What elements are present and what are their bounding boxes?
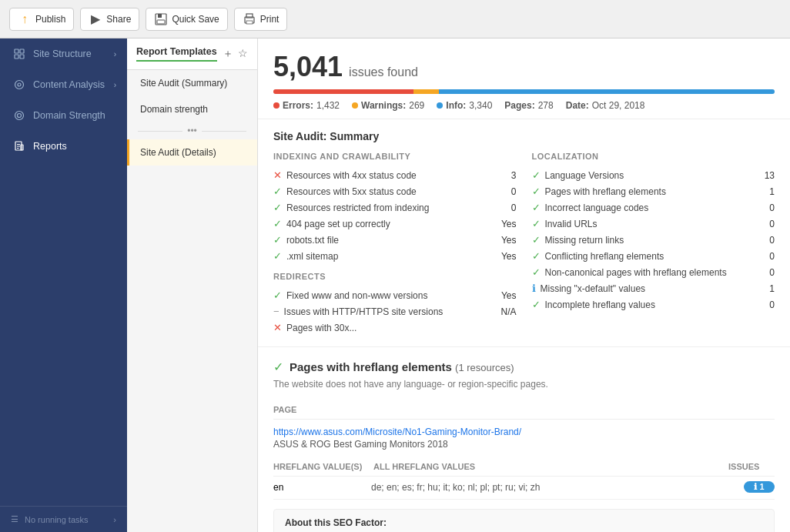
- row-value: Yes: [494, 251, 517, 262]
- panel-divider: •••: [127, 122, 257, 139]
- audit-section: Site Audit: Summary Indexing and crawlab…: [258, 119, 790, 347]
- row-value: 3: [494, 170, 517, 181]
- errors-label: Errors:: [283, 100, 313, 111]
- sidebar-item-reports[interactable]: Reports: [0, 131, 127, 162]
- ok-icon: ✓: [532, 250, 541, 262]
- publish-button[interactable]: ↑ Publish: [9, 8, 74, 31]
- date-value: Oct 29, 2018: [592, 100, 645, 111]
- panel-item-domain-strength[interactable]: Domain strength: [127, 96, 257, 122]
- audit-row: ✓ Conflicting hreflang elements 0: [532, 248, 775, 264]
- panel-item-site-audit-details[interactable]: Site Audit (Details): [127, 139, 257, 166]
- row-label: Conflicting hreflang elements: [545, 251, 748, 262]
- ok-icon: ✓: [532, 299, 541, 310]
- hreflang-value: en: [273, 482, 362, 493]
- row-label: Resources with 5xx status code: [286, 186, 489, 197]
- audit-row: ℹ Missing "x-default" values 1: [532, 280, 775, 296]
- panel-title: Report Templates: [136, 46, 217, 62]
- detail-page-url[interactable]: https://www.asus.com/Microsite/No1-Gamin…: [273, 427, 521, 437]
- audit-row: ✓ Non-canonical pages with hreflang elem…: [532, 264, 775, 280]
- ok-icon: ✓: [273, 234, 282, 246]
- print-label: Print: [260, 14, 280, 25]
- issues-col-header: Issues: [728, 462, 775, 471]
- date-label: Date:: [566, 100, 589, 111]
- warnings-dot: [352, 102, 358, 109]
- pages-stat: Pages: 278: [504, 100, 553, 111]
- star-template-icon[interactable]: ☆: [238, 47, 248, 61]
- quick-save-button[interactable]: Quick Save: [146, 8, 227, 31]
- row-value: 0: [494, 202, 517, 213]
- audit-row: ✓ Invalid URLs 0: [532, 216, 775, 232]
- error-icon: ✕: [273, 322, 282, 333]
- panel-actions: ＋ ☆: [223, 47, 248, 61]
- quick-save-icon: [154, 12, 168, 26]
- warnings-stat: Warnings: 269: [352, 100, 424, 111]
- row-value: N/A: [494, 306, 517, 317]
- detail-table-header: Page: [273, 400, 775, 420]
- info-value: 3,340: [469, 100, 492, 111]
- sidebar-item-site-structure[interactable]: Site Structure ›: [0, 38, 127, 69]
- sidebar-expand-icon[interactable]: ›: [113, 515, 116, 524]
- panel-item-site-audit-summary[interactable]: Site Audit (Summary): [127, 70, 257, 96]
- row-label: Missing return links: [545, 235, 748, 246]
- all-hreflang-col-header: All hreflang values: [373, 462, 728, 471]
- pages-label: Pages:: [504, 100, 534, 111]
- warnings-value: 269: [409, 100, 424, 111]
- row-value: 1: [752, 283, 775, 294]
- row-value: Yes: [494, 219, 517, 229]
- add-template-icon[interactable]: ＋: [223, 47, 233, 61]
- all-hreflang-values: de; en; es; fr; hu; it; ko; nl; pl; pt; …: [371, 482, 735, 493]
- row-label: Language Versions: [545, 170, 748, 181]
- info-icon: ℹ: [532, 283, 536, 294]
- minus-icon: −: [273, 306, 280, 317]
- svg-point-10: [15, 81, 24, 89]
- svg-rect-17: [17, 148, 19, 149]
- row-value: Yes: [494, 290, 517, 301]
- detail-subtitle: The website does not have any language- …: [273, 379, 775, 390]
- ok-icon: ✓: [532, 186, 541, 197]
- svg-point-11: [18, 83, 21, 86]
- quick-save-label: Quick Save: [172, 14, 219, 25]
- row-label: Missing "x-default" values: [541, 283, 748, 294]
- ok-icon: ✓: [273, 186, 282, 197]
- ok-icon: ✓: [273, 218, 282, 229]
- row-label: 404 page set up correctly: [286, 219, 489, 229]
- indexing-title: Indexing and crawlability: [273, 152, 517, 161]
- ok-icon: ✓: [532, 202, 541, 213]
- print-icon: [243, 12, 256, 26]
- issues-count: 5,041 issues found: [273, 51, 775, 83]
- svg-rect-16: [17, 146, 20, 147]
- share-label: Share: [106, 14, 131, 25]
- detail-page-title: ASUS & ROG Best Gaming Monitors 2018: [273, 439, 775, 450]
- ok-icon: ✓: [532, 218, 541, 229]
- info-dot: [437, 102, 443, 109]
- share-button[interactable]: ▶ Share: [80, 8, 139, 31]
- row-value: 0: [752, 299, 775, 310]
- error-icon: ✕: [273, 169, 282, 181]
- svg-rect-8: [15, 55, 18, 59]
- audit-localization-col: Localization ✓ Language Versions 13 ✓ Pa…: [532, 152, 775, 336]
- print-button[interactable]: Print: [234, 8, 288, 31]
- sidebar-item-domain-strength[interactable]: Domain Strength: [0, 100, 127, 131]
- errors-stat: Errors: 1,432: [273, 100, 340, 111]
- pages-value: 278: [538, 100, 554, 111]
- hreflang-data-row: en de; en; es; fr; hu; it; ko; nl; pl; p…: [273, 481, 775, 493]
- audit-row: ✓ .xml sitemap Yes: [273, 248, 517, 264]
- share-icon: ▶: [89, 12, 102, 26]
- row-label: Pages with 30x...: [286, 323, 489, 333]
- sidebar-item-content-analysis[interactable]: Content Analysis ›: [0, 69, 127, 100]
- reports-icon: [13, 140, 25, 152]
- detail-resource-count: (1 resources): [455, 362, 514, 373]
- row-label: Incorrect language codes: [545, 202, 748, 213]
- ok-icon: ✓: [273, 289, 282, 301]
- audit-title: Site Audit: Summary: [273, 130, 775, 142]
- audit-row: ✓ Incomplete hreflang values 0: [532, 296, 775, 313]
- row-value: 0: [752, 202, 775, 213]
- row-value: Yes: [494, 235, 517, 246]
- sidebar-item-label: Reports: [33, 141, 67, 152]
- audit-row: ✓ Missing return links 0: [532, 232, 775, 248]
- svg-rect-9: [20, 55, 24, 59]
- main-content: 5,041 issues found Errors: 1,432 Warning…: [258, 38, 790, 532]
- sidebar: Site Structure › Content Analysis › Doma…: [0, 38, 127, 532]
- localization-title: Localization: [532, 152, 775, 161]
- site-structure-icon: [13, 48, 25, 60]
